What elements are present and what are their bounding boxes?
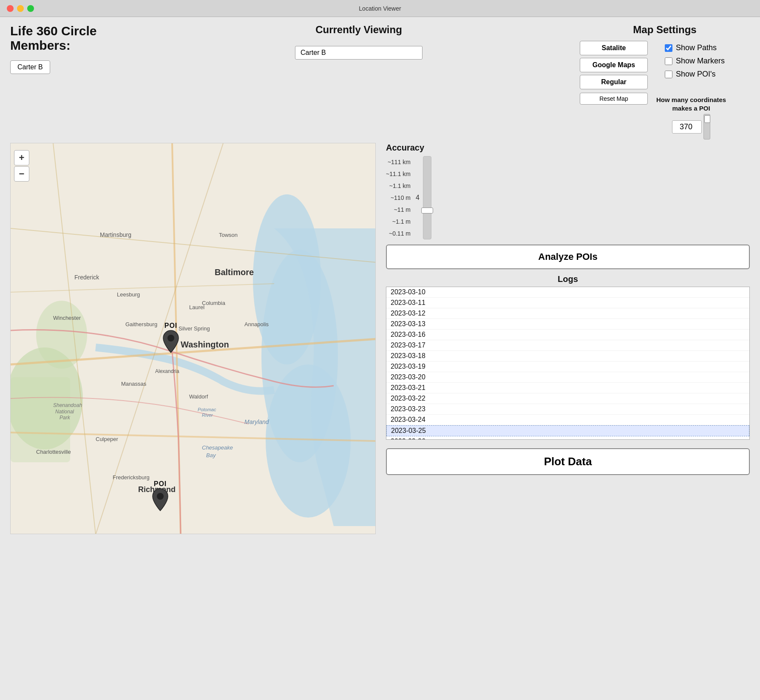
log-item[interactable]: 2023-03-10	[386, 287, 749, 298]
window-title: Location Viewer	[359, 5, 401, 12]
accuracy-labels: ~111 km ~11.1 km ~1.1 km ~110 m ~11 m ~1…	[386, 156, 411, 239]
svg-text:Chesapeake: Chesapeake	[202, 444, 233, 451]
satellite-button[interactable]: Satalite	[580, 41, 648, 55]
poi-count-input[interactable]	[672, 120, 702, 134]
accuracy-slider-track[interactable]	[423, 156, 431, 239]
poi-marker-1: POI	[162, 322, 180, 353]
log-item[interactable]: 2023-03-23	[386, 404, 749, 415]
svg-text:Maryland: Maryland	[244, 418, 269, 425]
show-pois-row[interactable]: Show POI's	[665, 70, 726, 79]
viewing-input[interactable]	[295, 46, 423, 60]
window-controls[interactable]	[7, 5, 34, 12]
svg-text:Martinsburg: Martinsburg	[100, 231, 131, 238]
poi-label-1: POI	[164, 322, 178, 330]
poi-count-scrollbar[interactable]	[703, 114, 710, 139]
regular-button[interactable]: Regular	[580, 75, 648, 89]
show-markers-row[interactable]: Show Markers	[665, 57, 726, 65]
pin-icon-2	[151, 488, 170, 512]
accuracy-label-5: ~1.1 m	[392, 216, 411, 228]
log-item[interactable]: 2023-03-26	[386, 436, 749, 440]
svg-text:Annapolis: Annapolis	[244, 321, 269, 327]
maximize-button[interactable]	[27, 5, 34, 12]
svg-text:River: River	[202, 413, 213, 418]
center-panel: Currently Viewing	[146, 24, 571, 60]
reset-map-button[interactable]: Reset Map	[580, 93, 648, 105]
show-pois-checkbox[interactable]	[665, 71, 672, 78]
zoom-in-button[interactable]: +	[14, 150, 29, 165]
map-settings-panel: Map Settings Satalite Google Maps Regula…	[571, 24, 750, 139]
zoom-controls: + −	[14, 150, 29, 182]
show-paths-label: Show Paths	[676, 43, 717, 52]
logs-list: 2023-03-102023-03-112023-03-122023-03-13…	[386, 287, 750, 440]
svg-text:Gaithersburg: Gaithersburg	[125, 321, 157, 327]
member-button[interactable]: Carter B	[10, 60, 50, 74]
svg-point-45	[167, 335, 174, 341]
log-item[interactable]: 2023-03-11	[386, 298, 749, 308]
log-item[interactable]: 2023-03-13	[386, 319, 749, 330]
currently-viewing-label: Currently Viewing	[315, 24, 402, 36]
log-item[interactable]: 2023-03-19	[386, 361, 749, 372]
svg-text:Baltimore: Baltimore	[215, 267, 254, 277]
log-item[interactable]: 2023-03-25	[386, 425, 749, 436]
accuracy-slider-wrap: 4	[416, 156, 431, 239]
show-pois-label: Show POI's	[676, 70, 715, 79]
svg-text:National: National	[55, 409, 74, 415]
logs-title: Logs	[386, 274, 750, 284]
accuracy-slider-thumb[interactable]	[421, 208, 433, 213]
accuracy-label-1: ~11.1 km	[386, 168, 411, 180]
svg-text:Waldorf: Waldorf	[189, 393, 208, 400]
app-title: Life 360 Circle Members:	[10, 24, 146, 53]
sidebar-right: Accuracy ~111 km ~11.1 km ~1.1 km ~110 m…	[386, 143, 750, 693]
accuracy-value: 4	[416, 194, 420, 202]
show-markers-checkbox[interactable]	[665, 57, 672, 65]
svg-text:Laurel: Laurel	[189, 304, 204, 310]
accuracy-label-2: ~1.1 km	[389, 180, 411, 192]
accuracy-label-4: ~11 m	[394, 204, 411, 216]
show-paths-row[interactable]: Show Paths	[665, 43, 726, 52]
svg-text:Frederick: Frederick	[74, 274, 99, 281]
google-maps-button[interactable]: Google Maps	[580, 58, 648, 72]
title-bar: Location Viewer	[0, 0, 760, 17]
svg-point-5	[36, 301, 87, 369]
svg-point-46	[157, 493, 164, 500]
analyze-pois-button[interactable]: Analyze POIs	[386, 245, 750, 269]
log-item[interactable]: 2023-03-22	[386, 393, 749, 404]
svg-text:Winchester: Winchester	[53, 315, 81, 321]
log-item[interactable]: 2023-03-17	[386, 340, 749, 351]
map-settings-title: Map Settings	[580, 24, 750, 36]
map-svg: Baltimore Washington Richmond Frederick …	[11, 143, 376, 534]
log-item[interactable]: 2023-03-16	[386, 330, 749, 340]
svg-text:Shenandoah: Shenandoah	[53, 402, 82, 408]
log-item[interactable]: 2023-03-12	[386, 308, 749, 319]
accuracy-title: Accuracy	[386, 143, 750, 153]
show-markers-label: Show Markers	[676, 57, 725, 65]
accuracy-label-6: ~0.11 m	[389, 228, 411, 239]
poi-marker-2: POI	[151, 480, 170, 512]
accuracy-label-3: ~110 m	[391, 192, 411, 204]
log-item[interactable]: 2023-03-18	[386, 351, 749, 361]
svg-text:Potomac: Potomac	[198, 407, 216, 412]
accuracy-section: Accuracy ~111 km ~11.1 km ~1.1 km ~110 m…	[386, 143, 750, 239]
log-item[interactable]: 2023-03-20	[386, 372, 749, 383]
plot-data-button[interactable]: Plot Data	[386, 448, 750, 475]
map-container: Baltimore Washington Richmond Frederick …	[10, 143, 376, 534]
left-panel: Life 360 Circle Members: Carter B	[10, 24, 146, 74]
close-button[interactable]	[7, 5, 14, 12]
svg-text:Fredericksburg: Fredericksburg	[113, 474, 150, 481]
poi-count-label: How many coordinatesmakes a POI	[656, 96, 726, 112]
zoom-out-button[interactable]: −	[14, 166, 29, 182]
accuracy-label-0: ~111 km	[388, 156, 411, 168]
svg-text:Bay: Bay	[206, 452, 216, 458]
svg-text:Alexandria: Alexandria	[155, 368, 179, 374]
svg-text:Columbia: Columbia	[202, 300, 226, 306]
logs-section: Logs 2023-03-102023-03-112023-03-122023-…	[386, 274, 750, 440]
minimize-button[interactable]	[17, 5, 24, 12]
svg-text:Culpeper: Culpeper	[96, 436, 118, 442]
log-item[interactable]: 2023-03-24	[386, 415, 749, 425]
svg-text:Towson: Towson	[219, 232, 238, 238]
log-item[interactable]: 2023-03-21	[386, 383, 749, 393]
svg-text:Manassas: Manassas	[121, 381, 147, 387]
svg-text:Silver Spring: Silver Spring	[179, 325, 210, 332]
show-paths-checkbox[interactable]	[665, 44, 672, 52]
svg-text:Leesburg: Leesburg	[117, 291, 140, 298]
